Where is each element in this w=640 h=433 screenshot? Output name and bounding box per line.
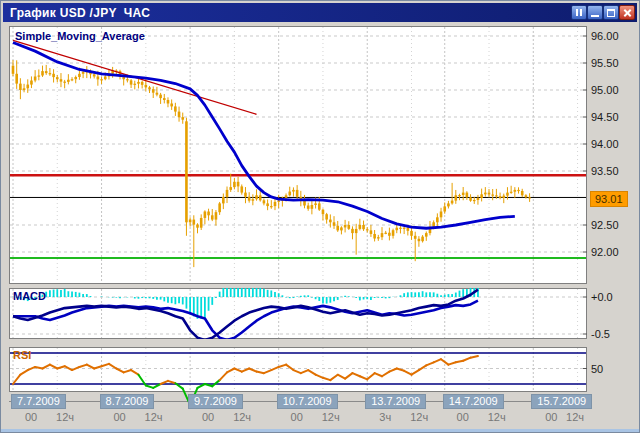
- time-label: 12ч: [322, 411, 340, 423]
- rsi-indicator-label: RSI: [13, 349, 31, 361]
- date-label: 13.7.2009: [365, 394, 426, 409]
- minimize-icon: [591, 15, 599, 17]
- title-bar[interactable]: График USD /JPY ЧАС: [3, 3, 637, 22]
- y-axis-label: 94.50: [591, 111, 637, 123]
- time-label: 00: [457, 411, 469, 423]
- time-label: 00: [291, 411, 303, 423]
- restore-button[interactable]: [603, 5, 619, 20]
- time-label: 00: [113, 411, 125, 423]
- main-chart-plot[interactable]: [9, 26, 587, 284]
- time-label: 00: [25, 411, 37, 423]
- time-label: 00: [202, 411, 214, 423]
- time-label: 12ч: [410, 411, 428, 423]
- chart-window: График USD /JPY ЧАС Simple_Moving_Averag…: [0, 0, 640, 433]
- time-label: 00: [545, 411, 557, 423]
- time-label: 12ч: [56, 411, 74, 423]
- time-label: 12ч: [145, 411, 163, 423]
- pause-button[interactable]: [571, 5, 587, 20]
- date-label: 15.7.2009: [531, 394, 592, 409]
- date-label: 8.7.2009: [100, 394, 155, 409]
- date-label: 14.7.2009: [443, 394, 504, 409]
- rsi-plot[interactable]: [9, 347, 587, 392]
- window-bottom-edge: [1, 429, 640, 432]
- y-axis-label: 94.00: [591, 138, 637, 150]
- minimize-button[interactable]: [587, 5, 603, 20]
- current-price-badge: 93.01: [590, 191, 628, 207]
- y-axis-label: 92.50: [591, 219, 637, 231]
- pause-icon: [576, 9, 578, 16]
- date-label: 9.7.2009: [188, 394, 243, 409]
- close-icon: [623, 8, 632, 17]
- y-axis-label: 96.00: [591, 30, 637, 42]
- time-label: 12ч: [566, 411, 584, 423]
- y-axis-label: 92.00: [591, 246, 637, 258]
- date-label: 10.7.2009: [277, 394, 338, 409]
- y-axis-label: 95.00: [591, 84, 637, 96]
- time-label: 3ч: [379, 411, 391, 423]
- window-title: График USD /JPY ЧАС: [3, 6, 150, 20]
- date-label: 7.7.2009: [11, 394, 66, 409]
- y-axis-label: 95.50: [591, 57, 637, 69]
- sma-indicator-label: Simple_Moving_Average: [15, 30, 145, 42]
- close-button[interactable]: [619, 5, 635, 20]
- time-label: 12ч: [488, 411, 506, 423]
- macd-plot[interactable]: [9, 288, 587, 339]
- macd-indicator-label: MACD: [13, 290, 46, 302]
- time-label: 12ч: [233, 411, 251, 423]
- y-axis-label: 93.50: [591, 165, 637, 177]
- restore-icon: [607, 9, 615, 17]
- macd-axis-label: +0.0: [591, 291, 637, 303]
- rsi-axis-label: 50: [591, 363, 637, 375]
- macd-axis-label: -0.5: [591, 328, 637, 340]
